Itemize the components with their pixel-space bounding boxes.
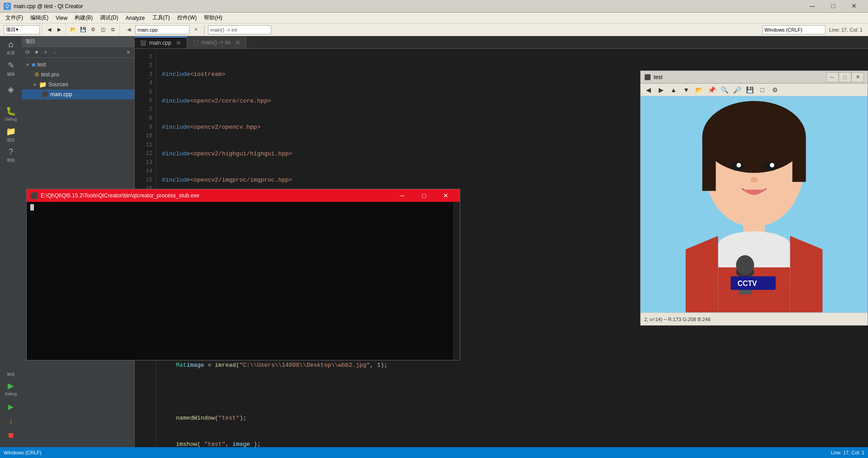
sidebar-item-projects[interactable]: 📁 项目: [1, 125, 21, 145]
file-dropdown[interactable]: main.cpp: [135, 25, 189, 34]
menu-edit[interactable]: 编辑(E): [27, 13, 52, 23]
menu-build[interactable]: 构建(B): [71, 13, 96, 23]
tab-label: main.cpp: [149, 40, 171, 46]
code-line-13: [162, 387, 864, 396]
sidebar-item-debug[interactable]: 🐛 Debug: [1, 104, 21, 124]
terminal-maximize[interactable]: □: [414, 189, 434, 202]
image-minimize[interactable]: ─: [826, 72, 839, 82]
person-svg: CCTV: [641, 96, 868, 313]
tab-bar: ⬛ main.cpp ✕ ⬛ main() -> int ✕: [135, 36, 868, 49]
close-button[interactable]: ✕: [844, 2, 864, 10]
svg-point-7: [736, 163, 741, 168]
svg-point-2: [702, 101, 806, 173]
sidebar-item-help[interactable]: ? 帮助: [1, 145, 21, 165]
menu-controls[interactable]: 控件(W): [174, 13, 200, 23]
snap-toggle[interactable]: ◫: [99, 25, 108, 34]
pro-label: test.pro: [41, 71, 59, 78]
img-tool-crop[interactable]: □: [756, 84, 768, 95]
ln-14: 14: [137, 167, 152, 176]
split-view[interactable]: ⧉: [108, 25, 118, 34]
img-tool-up[interactable]: ▲: [668, 84, 679, 95]
app-icon: Q: [4, 3, 11, 10]
image-content: CCTV: [641, 96, 868, 313]
nav-back[interactable]: ◀: [45, 25, 54, 34]
img-tool-save[interactable]: 💾: [744, 84, 755, 95]
breadcrumb-dropdown[interactable]: main() -> int: [208, 25, 271, 34]
image-maximize[interactable]: □: [839, 72, 851, 82]
svg-point-18: [736, 255, 754, 275]
ln-1: 1: [137, 52, 152, 61]
tab-close[interactable]: ✕: [176, 39, 181, 47]
tab-breadcrumb[interactable]: ⬛ main() -> int ✕: [187, 37, 246, 48]
panel-sync[interactable]: ⟳: [24, 48, 32, 56]
terminal-minimize[interactable]: ─: [392, 189, 413, 202]
image-viewer-title: test: [654, 74, 662, 80]
img-tool-open[interactable]: 📂: [693, 84, 705, 95]
prev-doc[interactable]: ◀: [124, 25, 133, 34]
img-tool-back[interactable]: ◀: [642, 84, 654, 95]
tree-item-test[interactable]: ▼ ■ test: [22, 60, 134, 70]
nav-forward[interactable]: ▶: [55, 25, 64, 34]
menu-tools[interactable]: 工具(T): [149, 13, 174, 23]
save-file[interactable]: 💾: [79, 25, 88, 34]
ln-11: 11: [137, 140, 152, 150]
tree-item-testpro[interactable]: ⚙ test.pro: [22, 70, 134, 79]
menu-analyze[interactable]: Analyze: [122, 14, 149, 22]
tree-item-maincpp[interactable]: ⬛ main.cpp: [22, 89, 134, 99]
tree-item-sources[interactable]: ▼ 📁 Sources: [22, 79, 134, 89]
img-tool-settings[interactable]: ⚙: [769, 84, 781, 95]
svg-point-8: [770, 163, 774, 168]
ln-6: 6: [137, 97, 152, 106]
tab-maincpp[interactable]: ⬛ main.cpp ✕: [135, 37, 187, 48]
panel-toolbar: ⟳ ▼ + - ✕: [22, 47, 134, 58]
sidebar-debug-run[interactable]: ▶ Debug: [1, 379, 21, 398]
menu-debug[interactable]: 调试(D): [96, 13, 122, 23]
project-icon: ■: [32, 61, 35, 68]
status-encoding: Windows (CRLF): [4, 450, 42, 455]
menu-file[interactable]: 文件(F): [2, 13, 27, 23]
ln-2: 2: [137, 61, 152, 70]
separator: [204, 25, 204, 34]
debug-run-icon: ▶: [8, 381, 14, 391]
img-tool-zoom-in[interactable]: 🔍: [718, 84, 730, 95]
minimize-button[interactable]: ─: [802, 2, 823, 11]
project-dropdown[interactable]: 项目 ▾: [4, 25, 40, 34]
debug-toggle[interactable]: ⚙: [89, 25, 98, 34]
panel-expand[interactable]: +: [42, 48, 50, 56]
code-line-14: namedWindow("test");: [162, 414, 864, 423]
tab2-icon: ⬛: [193, 40, 199, 46]
step-button[interactable]: ↓: [3, 415, 19, 427]
maximize-button[interactable]: □: [823, 2, 844, 10]
encoding-dropdown[interactable]: Windows (CRLF): [762, 25, 826, 34]
debug-run-label: Debug: [5, 392, 17, 396]
img-tool-down[interactable]: ▼: [680, 84, 692, 95]
img-tool-pin[interactable]: 📌: [706, 84, 717, 95]
panel-close[interactable]: ✕: [124, 48, 132, 56]
image-window-controls: ─ □ ✕: [826, 72, 864, 82]
terminal-close[interactable]: ✕: [435, 189, 456, 202]
terminal-content[interactable]: [27, 202, 460, 360]
open-file[interactable]: 📂: [69, 25, 78, 34]
panel-collapse[interactable]: -: [51, 48, 59, 56]
panel-filter[interactable]: ▼: [33, 48, 41, 56]
project-name: test: [7, 372, 14, 377]
file-section: 📂 💾 ⚙ ◫ ⧉: [67, 23, 120, 36]
tab2-close[interactable]: ✕: [235, 39, 241, 46]
stop-button[interactable]: ⏹: [3, 429, 19, 442]
img-tool-forward[interactable]: ▶: [655, 84, 667, 95]
run-button[interactable]: ▶: [3, 400, 19, 413]
terminal-cursor: [30, 204, 34, 210]
menu-view[interactable]: View: [52, 14, 71, 22]
terminal-scrollbar[interactable]: [453, 202, 460, 360]
menu-help[interactable]: 帮助(H): [200, 13, 226, 23]
sidebar-item-design[interactable]: ◈: [1, 79, 21, 99]
image-viewer-icon: ⬛: [644, 74, 651, 80]
projects-icon: 📁: [6, 126, 16, 136]
image-close[interactable]: ✕: [851, 72, 864, 82]
sidebar-item-edit[interactable]: ✎ 编辑: [1, 59, 21, 79]
close-doc[interactable]: ✕: [191, 25, 200, 34]
tab-icon: ⬛: [140, 40, 146, 46]
edit-icon: ✎: [8, 61, 14, 70]
img-tool-zoom-out[interactable]: 🔎: [731, 84, 743, 95]
sidebar-item-welcome[interactable]: ⌂ 欢迎: [1, 38, 21, 58]
